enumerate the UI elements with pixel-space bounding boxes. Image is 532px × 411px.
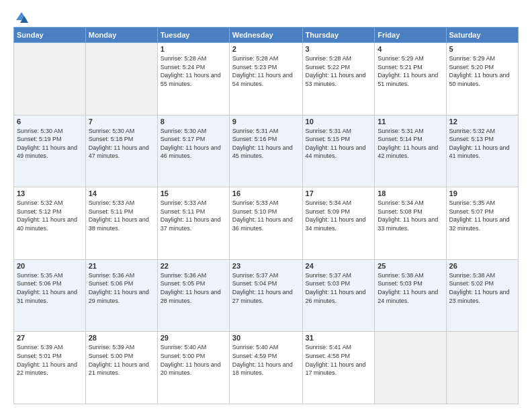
day-number: 26 — [449, 262, 515, 270]
day-info: Sunrise: 5:30 AMSunset: 5:19 PMDaylight:… — [17, 127, 83, 161]
day-info: Sunrise: 5:35 AMSunset: 5:07 PMDaylight:… — [449, 199, 515, 232]
day-info: Sunrise: 5:29 AMSunset: 5:20 PMDaylight:… — [449, 54, 515, 88]
day-number: 23 — [232, 262, 300, 270]
table-row: 1Sunrise: 5:28 AMSunset: 5:24 PMDaylight… — [157, 43, 229, 116]
week-row-3: 13Sunrise: 5:32 AMSunset: 5:12 PMDayligh… — [14, 187, 519, 260]
day-info: Sunrise: 5:28 AMSunset: 5:23 PMDaylight:… — [232, 54, 300, 88]
day-info: Sunrise: 5:37 AMSunset: 5:04 PMDaylight:… — [232, 271, 300, 305]
day-number: 24 — [306, 262, 372, 270]
table-row: 16Sunrise: 5:33 AMSunset: 5:10 PMDayligh… — [229, 187, 302, 260]
col-wednesday: Wednesday — [229, 28, 302, 43]
day-info: Sunrise: 5:40 AMSunset: 5:00 PMDaylight:… — [161, 343, 226, 377]
day-info: Sunrise: 5:33 AMSunset: 5:11 PMDaylight:… — [89, 199, 154, 232]
day-number: 4 — [378, 45, 443, 53]
table-row: 6Sunrise: 5:30 AMSunset: 5:19 PMDaylight… — [14, 115, 86, 187]
day-number: 3 — [306, 45, 372, 53]
table-row: 29Sunrise: 5:40 AMSunset: 5:00 PMDayligh… — [157, 332, 229, 404]
day-number: 28 — [89, 334, 154, 342]
day-info: Sunrise: 5:32 AMSunset: 5:12 PMDaylight:… — [17, 199, 83, 232]
day-number: 20 — [17, 262, 83, 270]
col-tuesday: Tuesday — [157, 28, 229, 43]
day-info: Sunrise: 5:30 AMSunset: 5:18 PMDaylight:… — [89, 127, 154, 161]
day-number: 21 — [89, 262, 154, 270]
day-info: Sunrise: 5:37 AMSunset: 5:03 PMDaylight:… — [306, 271, 372, 305]
table-row: 20Sunrise: 5:35 AMSunset: 5:06 PMDayligh… — [14, 259, 86, 332]
day-info: Sunrise: 5:33 AMSunset: 5:10 PMDaylight:… — [232, 199, 300, 232]
logo-icon — [15, 11, 28, 24]
week-row-1: 1Sunrise: 5:28 AMSunset: 5:24 PMDaylight… — [14, 43, 519, 116]
table-row: 14Sunrise: 5:33 AMSunset: 5:11 PMDayligh… — [85, 187, 157, 260]
table-row: 31Sunrise: 5:41 AMSunset: 4:58 PMDayligh… — [302, 332, 375, 404]
table-row: 5Sunrise: 5:29 AMSunset: 5:20 PMDaylight… — [446, 43, 518, 116]
table-row: 24Sunrise: 5:37 AMSunset: 5:03 PMDayligh… — [302, 259, 375, 332]
page: Sunday Monday Tuesday Wednesday Thursday… — [0, 0, 532, 411]
day-number: 22 — [161, 262, 226, 270]
table-row: 26Sunrise: 5:38 AMSunset: 5:02 PMDayligh… — [446, 259, 518, 332]
day-number: 9 — [232, 118, 300, 126]
table-row — [14, 43, 86, 116]
day-info: Sunrise: 5:31 AMSunset: 5:15 PMDaylight:… — [306, 127, 372, 161]
table-row: 2Sunrise: 5:28 AMSunset: 5:23 PMDaylight… — [229, 43, 302, 116]
table-row: 8Sunrise: 5:30 AMSunset: 5:17 PMDaylight… — [157, 115, 229, 187]
col-thursday: Thursday — [302, 28, 375, 43]
day-info: Sunrise: 5:33 AMSunset: 5:11 PMDaylight:… — [161, 199, 226, 232]
day-number: 16 — [232, 189, 300, 197]
day-info: Sunrise: 5:39 AMSunset: 5:00 PMDaylight:… — [89, 343, 154, 377]
table-row: 3Sunrise: 5:28 AMSunset: 5:22 PMDaylight… — [302, 43, 375, 116]
day-number: 11 — [378, 118, 443, 126]
table-row: 28Sunrise: 5:39 AMSunset: 5:00 PMDayligh… — [85, 332, 157, 404]
table-row: 25Sunrise: 5:38 AMSunset: 5:03 PMDayligh… — [375, 259, 446, 332]
table-row: 12Sunrise: 5:32 AMSunset: 5:13 PMDayligh… — [446, 115, 518, 187]
day-info: Sunrise: 5:34 AMSunset: 5:08 PMDaylight:… — [378, 199, 443, 232]
table-row: 13Sunrise: 5:32 AMSunset: 5:12 PMDayligh… — [14, 187, 86, 260]
day-number: 12 — [449, 118, 515, 126]
header — [13, 11, 519, 21]
logo — [13, 13, 28, 21]
table-row: 9Sunrise: 5:31 AMSunset: 5:16 PMDaylight… — [229, 115, 302, 187]
calendar-table: Sunday Monday Tuesday Wednesday Thursday… — [13, 27, 519, 404]
day-number: 18 — [378, 189, 443, 197]
day-number: 2 — [232, 45, 300, 53]
table-row: 17Sunrise: 5:34 AMSunset: 5:09 PMDayligh… — [302, 187, 375, 260]
day-number: 13 — [17, 189, 83, 197]
day-number: 31 — [306, 334, 372, 342]
table-row: 4Sunrise: 5:29 AMSunset: 5:21 PMDaylight… — [375, 43, 446, 116]
day-number: 25 — [378, 262, 443, 270]
day-info: Sunrise: 5:35 AMSunset: 5:06 PMDaylight:… — [17, 271, 83, 305]
day-info: Sunrise: 5:41 AMSunset: 4:58 PMDaylight:… — [306, 343, 372, 377]
day-info: Sunrise: 5:39 AMSunset: 5:01 PMDaylight:… — [17, 343, 83, 377]
table-row — [85, 43, 157, 116]
col-friday: Friday — [375, 28, 446, 43]
col-saturday: Saturday — [446, 28, 518, 43]
day-number: 17 — [306, 189, 372, 197]
header-row: Sunday Monday Tuesday Wednesday Thursday… — [14, 28, 519, 43]
day-info: Sunrise: 5:40 AMSunset: 4:59 PMDaylight:… — [232, 343, 300, 377]
table-row: 27Sunrise: 5:39 AMSunset: 5:01 PMDayligh… — [14, 332, 86, 404]
day-number: 27 — [17, 334, 83, 342]
day-info: Sunrise: 5:31 AMSunset: 5:16 PMDaylight:… — [232, 127, 300, 161]
table-row — [446, 332, 518, 404]
day-info: Sunrise: 5:32 AMSunset: 5:13 PMDaylight:… — [449, 127, 515, 161]
table-row: 22Sunrise: 5:36 AMSunset: 5:05 PMDayligh… — [157, 259, 229, 332]
day-number: 19 — [449, 189, 515, 197]
table-row: 23Sunrise: 5:37 AMSunset: 5:04 PMDayligh… — [229, 259, 302, 332]
day-info: Sunrise: 5:29 AMSunset: 5:21 PMDaylight:… — [378, 54, 443, 88]
table-row: 15Sunrise: 5:33 AMSunset: 5:11 PMDayligh… — [157, 187, 229, 260]
table-row: 18Sunrise: 5:34 AMSunset: 5:08 PMDayligh… — [375, 187, 446, 260]
table-row: 19Sunrise: 5:35 AMSunset: 5:07 PMDayligh… — [446, 187, 518, 260]
day-number: 10 — [306, 118, 372, 126]
day-info: Sunrise: 5:28 AMSunset: 5:22 PMDaylight:… — [306, 54, 372, 88]
table-row: 21Sunrise: 5:36 AMSunset: 5:06 PMDayligh… — [85, 259, 157, 332]
day-info: Sunrise: 5:38 AMSunset: 5:02 PMDaylight:… — [449, 271, 515, 305]
day-number: 5 — [449, 45, 515, 53]
day-info: Sunrise: 5:38 AMSunset: 5:03 PMDaylight:… — [378, 271, 443, 305]
table-row: 7Sunrise: 5:30 AMSunset: 5:18 PMDaylight… — [85, 115, 157, 187]
day-info: Sunrise: 5:28 AMSunset: 5:24 PMDaylight:… — [161, 54, 226, 88]
week-row-5: 27Sunrise: 5:39 AMSunset: 5:01 PMDayligh… — [14, 332, 519, 404]
day-info: Sunrise: 5:36 AMSunset: 5:05 PMDaylight:… — [161, 271, 226, 305]
day-number: 29 — [161, 334, 226, 342]
table-row: 10Sunrise: 5:31 AMSunset: 5:15 PMDayligh… — [302, 115, 375, 187]
week-row-4: 20Sunrise: 5:35 AMSunset: 5:06 PMDayligh… — [14, 259, 519, 332]
day-number: 1 — [161, 45, 226, 53]
day-number: 14 — [89, 189, 154, 197]
